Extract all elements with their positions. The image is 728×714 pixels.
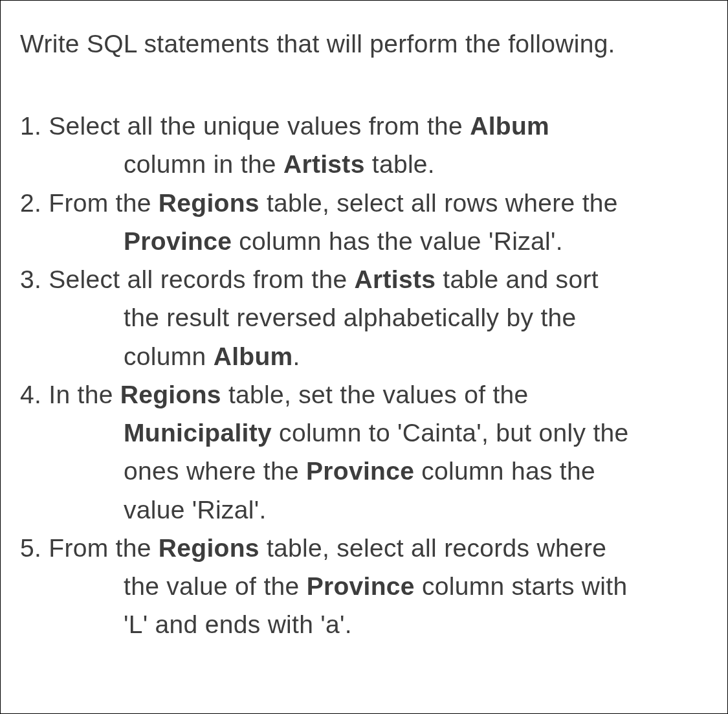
list-item: 1. Select all the unique values from the…: [20, 107, 708, 184]
item-number: 4.: [20, 381, 41, 408]
bold-term: Regions: [159, 534, 259, 562]
bold-term: Province: [307, 572, 415, 600]
text: ones where the: [124, 457, 306, 485]
question-list: 1. Select all the unique values from the…: [20, 107, 708, 644]
text: column has the: [414, 457, 595, 485]
bold-term: Album: [470, 112, 549, 140]
text: column starts with: [415, 572, 628, 600]
bold-term: Regions: [120, 381, 221, 408]
list-item: 2. From the Regions table, select all ro…: [20, 184, 708, 261]
item-line-4: value 'Rizal'.: [20, 491, 708, 529]
text: column: [124, 342, 214, 370]
text: the value of the: [124, 572, 307, 600]
item-line-2: the result reversed alphabetically by th…: [20, 298, 708, 337]
item-number: 3.: [20, 265, 41, 293]
item-number: 2.: [20, 189, 41, 217]
item-line-2: Province column has the value 'Rizal'.: [20, 222, 708, 260]
text: table, set the values of the: [221, 381, 529, 408]
text: Select all records from the: [49, 265, 354, 293]
text: 'L' and ends with 'a'.: [124, 610, 352, 638]
text: table.: [365, 150, 435, 178]
text: Select all the unique values from the: [49, 112, 470, 140]
text: table, select all records where: [259, 534, 606, 562]
text: column in the: [124, 150, 283, 178]
text: column to 'Cainta', but only the: [272, 419, 629, 447]
text: .: [293, 342, 300, 370]
text: From the: [49, 534, 159, 562]
item-line-1: 2. From the Regions table, select all ro…: [20, 184, 708, 222]
bold-term: Artists: [355, 265, 436, 293]
item-line-1: 1. Select all the unique values from the…: [20, 107, 708, 145]
list-item: 5. From the Regions table, select all re…: [20, 529, 708, 644]
intro-text: Write SQL statements that will perform t…: [20, 30, 708, 58]
item-line-3: ones where the Province column has the: [20, 452, 708, 490]
item-line-1: 3. Select all records from the Artists t…: [20, 260, 708, 298]
bold-term: Province: [306, 457, 414, 485]
item-line-2: column in the Artists table.: [20, 145, 708, 183]
list-item: 4. In the Regions table, set the values …: [20, 375, 708, 529]
item-number: 1.: [20, 112, 41, 140]
bold-term: Album: [214, 342, 293, 370]
item-line-3: column Album.: [20, 337, 708, 375]
text: table and sort: [436, 265, 599, 293]
list-item: 3. Select all records from the Artists t…: [20, 260, 708, 375]
item-line-2: Municipality column to 'Cainta', but onl…: [20, 414, 708, 452]
text: value 'Rizal'.: [124, 496, 267, 524]
text: column has the value 'Rizal'.: [232, 227, 563, 255]
bold-term: Province: [124, 227, 232, 255]
item-line-1: 4. In the Regions table, set the values …: [20, 375, 708, 414]
text: In the: [49, 381, 120, 408]
item-line-1: 5. From the Regions table, select all re…: [20, 529, 708, 567]
text: the result reversed alphabetically by th…: [124, 304, 577, 331]
item-line-3: 'L' and ends with 'a'.: [20, 605, 708, 643]
text: table, select all rows where the: [259, 189, 618, 217]
item-number: 5.: [20, 534, 41, 562]
bold-term: Regions: [159, 189, 259, 217]
item-line-2: the value of the Province column starts …: [20, 567, 708, 605]
text: From the: [49, 189, 159, 217]
bold-term: Municipality: [124, 419, 272, 447]
bold-term: Artists: [283, 150, 365, 178]
